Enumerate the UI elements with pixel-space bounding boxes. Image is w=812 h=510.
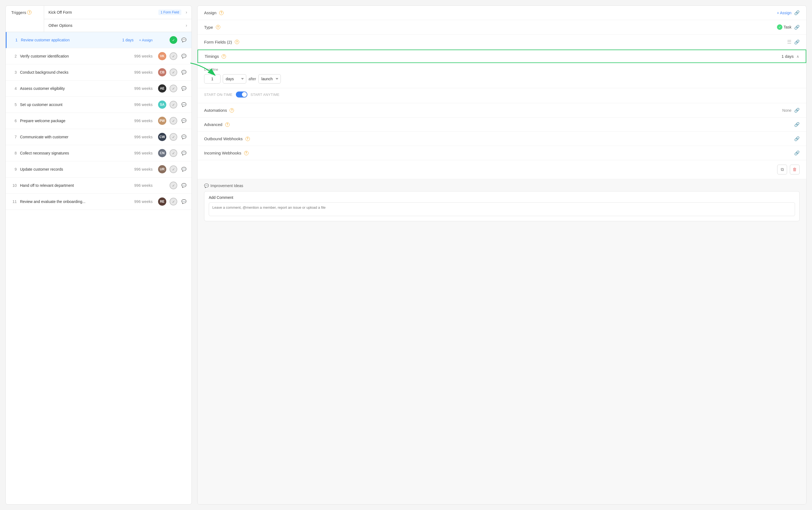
deadline-section: Deadline days weeks months after launch … xyxy=(198,63,806,88)
task-duration-8: 996 weeks xyxy=(134,151,153,155)
table-row[interactable]: 11 Review and evaluate the onboarding...… xyxy=(6,193,192,210)
task-check-2[interactable]: ✓ xyxy=(170,52,177,60)
task-num-9: 9 xyxy=(10,167,17,172)
form-fields-text: Form Fields (2) xyxy=(204,40,232,44)
deadline-anchor-select[interactable]: launch start end xyxy=(258,74,281,84)
task-check-9[interactable]: ✓ xyxy=(170,166,177,173)
toggle-left-label: START ON-TIME xyxy=(204,93,233,97)
check-icon-7: ✓ xyxy=(172,135,175,139)
other-options-option[interactable]: Other Options › xyxy=(44,19,192,32)
task-check-6[interactable]: ✓ xyxy=(170,117,177,125)
kickoff-form-option[interactable]: Kick Off Form 1 Form Field › xyxy=(44,6,192,19)
deadline-relation-text: after xyxy=(249,77,256,81)
trigger-right: 1 Form Field › xyxy=(158,9,187,15)
assign-help-icon[interactable]: ? xyxy=(219,11,224,15)
triggers-label: Triggers ? xyxy=(6,6,44,32)
incoming-webhooks-edit-icon[interactable]: 🔗 xyxy=(794,150,800,156)
table-row[interactable]: 7 Communicate with customer 996 weeks CW… xyxy=(6,129,192,145)
table-row[interactable]: 10 Hand off to relevant department 996 w… xyxy=(6,178,192,193)
assign-text: Assign xyxy=(204,10,216,15)
comment-btn-8[interactable]: 💬 xyxy=(180,150,187,156)
comment-btn-10[interactable]: 💬 xyxy=(180,182,187,189)
comment-btn-4[interactable]: 💬 xyxy=(180,85,187,92)
task-check-8[interactable]: ✓ xyxy=(170,149,177,157)
timings-help-icon[interactable]: ? xyxy=(222,54,226,59)
table-row[interactable]: 9 Update customer records 996 weeks UR ✓… xyxy=(6,161,192,178)
check-icon-9: ✓ xyxy=(172,167,175,172)
deadline-label: Deadline xyxy=(204,67,800,71)
table-row[interactable]: 5 Set up customer account 996 weeks SA ✓… xyxy=(6,97,192,113)
task-duration-2: 996 weeks xyxy=(134,54,153,58)
check-icon-6: ✓ xyxy=(172,119,175,123)
task-name-7: Communicate with customer xyxy=(20,135,131,139)
comment-btn-1[interactable]: 💬 xyxy=(180,37,187,43)
incoming-webhooks-help-icon[interactable]: ? xyxy=(244,151,249,155)
table-row[interactable]: 2 Verify customer identification 996 wee… xyxy=(6,48,192,64)
incoming-webhooks-right: 🔗 xyxy=(794,150,800,156)
copy-button[interactable]: ⧉ xyxy=(777,164,787,175)
automations-edit-icon[interactable]: 🔗 xyxy=(794,108,800,113)
comment-btn-11[interactable]: 💬 xyxy=(180,198,187,205)
automations-help-icon[interactable]: ? xyxy=(230,108,234,113)
type-help-icon[interactable]: ? xyxy=(216,25,220,29)
assign-edit-icon[interactable]: 🔗 xyxy=(794,10,800,16)
timings-section[interactable]: Timings ? 1 days ∧ xyxy=(198,50,806,63)
table-row[interactable]: 6 Prepare welcome package 996 weeks PW ✓… xyxy=(6,113,192,129)
outbound-webhooks-label: Outbound Webhooks ? xyxy=(204,137,250,141)
advanced-help-icon[interactable]: ? xyxy=(225,122,230,127)
type-label: Type ? xyxy=(204,25,220,30)
table-row[interactable]: 1 Review customer application 1 days + A… xyxy=(6,32,192,48)
task-duration-3: 996 weeks xyxy=(134,70,153,74)
kickoff-chevron-icon: › xyxy=(186,10,187,15)
task-num-7: 7 xyxy=(10,135,17,139)
task-check-5[interactable]: ✓ xyxy=(170,101,177,109)
timings-text: Timings xyxy=(205,54,219,59)
form-fields-list-icon[interactable]: ☰ xyxy=(787,39,791,45)
timings-right: 1 days ∧ xyxy=(782,54,799,59)
comment-btn-2[interactable]: 💬 xyxy=(180,53,187,59)
task-name-5: Set up customer account xyxy=(20,102,131,107)
form-fields-edit-icon[interactable]: 🔗 xyxy=(794,39,800,44)
deadline-value-input[interactable] xyxy=(204,74,221,84)
task-name-2: Verify customer identification xyxy=(20,54,131,58)
automations-value: None xyxy=(782,108,791,113)
comment-btn-9[interactable]: 💬 xyxy=(180,166,187,173)
task-check-4[interactable]: ✓ xyxy=(170,85,177,92)
outbound-webhooks-edit-icon[interactable]: 🔗 xyxy=(794,136,800,141)
advanced-section[interactable]: Advanced ? 🔗 xyxy=(198,118,806,132)
form-fields-help-icon[interactable]: ? xyxy=(235,40,239,44)
delete-button[interactable]: 🗑 xyxy=(790,164,800,175)
task-duration-9: 996 weeks xyxy=(134,167,153,172)
task-check-10[interactable]: ✓ xyxy=(170,182,177,189)
comment-btn-5[interactable]: 💬 xyxy=(180,101,187,108)
assign-link-button[interactable]: + Assign xyxy=(777,11,791,15)
task-check-1[interactable]: ✓ xyxy=(170,36,177,44)
outbound-webhooks-help-icon[interactable]: ? xyxy=(245,137,250,141)
advanced-edit-icon[interactable]: 🔗 xyxy=(794,122,800,127)
task-duration-11: 996 weeks xyxy=(134,200,153,204)
task-check-3[interactable]: ✓ xyxy=(170,68,177,76)
assign-section: Assign ? + Assign 🔗 xyxy=(198,6,806,20)
timings-label: Timings ? xyxy=(205,54,226,59)
task-check-11[interactable]: ✓ xyxy=(170,198,177,205)
table-row[interactable]: 3 Conduct background checks 996 weeks CB… xyxy=(6,64,192,81)
comment-btn-3[interactable]: 💬 xyxy=(180,69,187,76)
task-assign-button-1[interactable]: + Assign xyxy=(139,38,153,42)
toggle-switch[interactable] xyxy=(236,91,248,97)
table-row[interactable]: 8 Collect necessary signatures 996 weeks… xyxy=(6,145,192,161)
comment-btn-7[interactable]: 💬 xyxy=(180,134,187,140)
toggle-thumb xyxy=(242,92,247,97)
task-check-7[interactable]: ✓ xyxy=(170,133,177,141)
advanced-right: 🔗 xyxy=(794,122,800,127)
comment-btn-6[interactable]: 💬 xyxy=(180,118,187,124)
other-options-label: Other Options xyxy=(49,23,72,28)
avatar-4: AE xyxy=(158,84,166,93)
deadline-unit-select[interactable]: days weeks months xyxy=(223,74,246,84)
type-edit-icon[interactable]: 🔗 xyxy=(794,25,800,30)
timings-chevron-up-icon[interactable]: ∧ xyxy=(796,54,799,59)
task-type-check-icon: ✓ xyxy=(777,24,782,30)
assign-right: + Assign 🔗 xyxy=(777,10,800,16)
comment-input[interactable] xyxy=(209,202,795,216)
table-row[interactable]: 4 Assess customer eligibility 996 weeks … xyxy=(6,81,192,97)
triggers-help-icon[interactable]: ? xyxy=(27,10,31,14)
